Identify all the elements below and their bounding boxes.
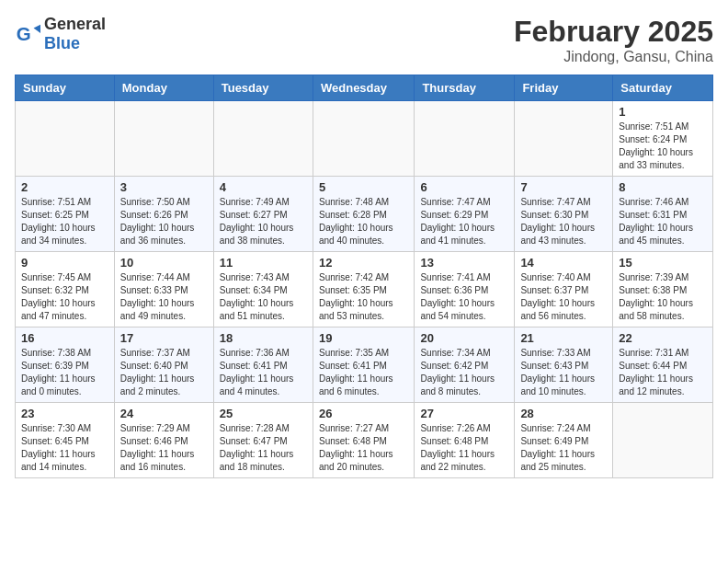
calendar-cell: 19Sunrise: 7:35 AM Sunset: 6:41 PM Dayli…	[313, 327, 414, 403]
page-header: G General Blue February 2025 Jindong, Ga…	[15, 15, 713, 65]
day-number: 7	[520, 180, 607, 194]
day-info: Sunrise: 7:48 AM Sunset: 6:28 PM Dayligh…	[319, 196, 408, 247]
calendar-cell: 10Sunrise: 7:44 AM Sunset: 6:33 PM Dayli…	[114, 252, 213, 327]
day-number: 15	[619, 256, 707, 270]
day-number: 28	[520, 407, 607, 420]
calendar-cell: 3Sunrise: 7:50 AM Sunset: 6:26 PM Daylig…	[114, 177, 213, 252]
day-number: 4	[220, 180, 307, 194]
day-info: Sunrise: 7:42 AM Sunset: 6:35 PM Dayligh…	[319, 271, 408, 323]
day-number: 19	[319, 331, 408, 345]
calendar-cell: 7Sunrise: 7:47 AM Sunset: 6:30 PM Daylig…	[515, 177, 613, 252]
calendar-cell: 11Sunrise: 7:43 AM Sunset: 6:34 PM Dayli…	[213, 252, 313, 327]
day-info: Sunrise: 7:45 AM Sunset: 6:32 PM Dayligh…	[21, 271, 108, 323]
calendar-cell: 12Sunrise: 7:42 AM Sunset: 6:35 PM Dayli…	[313, 252, 414, 327]
calendar-table: SundayMondayTuesdayWednesdayThursdayFrid…	[15, 75, 713, 478]
calendar-cell	[114, 101, 213, 177]
week-row-3: 9Sunrise: 7:45 AM Sunset: 6:32 PM Daylig…	[16, 252, 713, 327]
day-info: Sunrise: 7:24 AM Sunset: 6:49 PM Dayligh…	[520, 422, 607, 474]
calendar-cell: 16Sunrise: 7:38 AM Sunset: 6:39 PM Dayli…	[16, 327, 115, 403]
day-number: 18	[220, 331, 307, 345]
day-info: Sunrise: 7:40 AM Sunset: 6:37 PM Dayligh…	[520, 271, 607, 323]
day-info: Sunrise: 7:39 AM Sunset: 6:38 PM Dayligh…	[619, 271, 707, 323]
svg-marker-1	[34, 25, 40, 33]
day-info: Sunrise: 7:47 AM Sunset: 6:29 PM Dayligh…	[420, 196, 508, 247]
day-info: Sunrise: 7:50 AM Sunset: 6:26 PM Dayligh…	[120, 196, 208, 247]
location-title: Jindong, Gansu, China	[514, 49, 713, 65]
calendar-cell	[16, 101, 115, 177]
calendar-cell	[415, 101, 515, 177]
weekday-header-row: SundayMondayTuesdayWednesdayThursdayFrid…	[16, 75, 713, 101]
day-info: Sunrise: 7:51 AM Sunset: 6:24 PM Dayligh…	[619, 121, 707, 172]
week-row-5: 23Sunrise: 7:30 AM Sunset: 6:45 PM Dayli…	[16, 403, 713, 478]
svg-text:G: G	[17, 23, 31, 44]
day-number: 2	[21, 180, 108, 194]
calendar-cell	[313, 101, 414, 177]
calendar-cell: 25Sunrise: 7:28 AM Sunset: 6:47 PM Dayli…	[213, 403, 313, 478]
logo-blue: Blue	[44, 34, 80, 52]
day-info: Sunrise: 7:49 AM Sunset: 6:27 PM Dayligh…	[220, 196, 307, 247]
calendar-cell: 1Sunrise: 7:51 AM Sunset: 6:24 PM Daylig…	[613, 101, 713, 177]
calendar-cell: 21Sunrise: 7:33 AM Sunset: 6:43 PM Dayli…	[515, 327, 613, 403]
day-number: 25	[220, 407, 307, 420]
calendar-cell: 8Sunrise: 7:46 AM Sunset: 6:31 PM Daylig…	[613, 177, 713, 252]
day-number: 17	[120, 331, 208, 345]
day-info: Sunrise: 7:30 AM Sunset: 6:45 PM Dayligh…	[21, 422, 108, 474]
day-number: 5	[319, 180, 408, 194]
logo: G General Blue	[15, 15, 106, 53]
month-title: February 2025	[514, 15, 713, 49]
day-info: Sunrise: 7:38 AM Sunset: 6:39 PM Dayligh…	[21, 347, 108, 398]
day-number: 24	[120, 407, 208, 420]
day-number: 23	[21, 407, 108, 420]
weekday-header-wednesday: Wednesday	[313, 75, 414, 101]
day-info: Sunrise: 7:36 AM Sunset: 6:41 PM Dayligh…	[220, 347, 307, 398]
week-row-2: 2Sunrise: 7:51 AM Sunset: 6:25 PM Daylig…	[16, 177, 713, 252]
calendar-cell: 2Sunrise: 7:51 AM Sunset: 6:25 PM Daylig…	[16, 177, 115, 252]
logo-general: General	[44, 15, 106, 33]
day-number: 1	[619, 105, 707, 119]
calendar-cell: 14Sunrise: 7:40 AM Sunset: 6:37 PM Dayli…	[515, 252, 613, 327]
day-number: 3	[120, 180, 208, 194]
logo-icon: G	[15, 21, 40, 47]
calendar-cell: 28Sunrise: 7:24 AM Sunset: 6:49 PM Dayli…	[515, 403, 613, 478]
day-number: 14	[520, 256, 607, 270]
day-number: 16	[21, 331, 108, 345]
calendar-cell: 13Sunrise: 7:41 AM Sunset: 6:36 PM Dayli…	[415, 252, 515, 327]
day-info: Sunrise: 7:31 AM Sunset: 6:44 PM Dayligh…	[619, 347, 707, 398]
calendar-cell: 27Sunrise: 7:26 AM Sunset: 6:48 PM Dayli…	[415, 403, 515, 478]
day-number: 21	[520, 331, 607, 345]
logo-text: General Blue	[44, 15, 106, 53]
calendar-cell: 26Sunrise: 7:27 AM Sunset: 6:48 PM Dayli…	[313, 403, 414, 478]
day-info: Sunrise: 7:43 AM Sunset: 6:34 PM Dayligh…	[220, 271, 307, 323]
calendar-cell: 22Sunrise: 7:31 AM Sunset: 6:44 PM Dayli…	[613, 327, 713, 403]
day-number: 22	[619, 331, 707, 345]
calendar-cell: 18Sunrise: 7:36 AM Sunset: 6:41 PM Dayli…	[213, 327, 313, 403]
day-number: 8	[619, 180, 707, 194]
day-number: 9	[21, 256, 108, 270]
weekday-header-tuesday: Tuesday	[213, 75, 313, 101]
day-number: 12	[319, 256, 408, 270]
weekday-header-sunday: Sunday	[16, 75, 115, 101]
day-number: 10	[120, 256, 208, 270]
week-row-4: 16Sunrise: 7:38 AM Sunset: 6:39 PM Dayli…	[16, 327, 713, 403]
day-number: 20	[420, 331, 508, 345]
day-info: Sunrise: 7:41 AM Sunset: 6:36 PM Dayligh…	[420, 271, 508, 323]
calendar-cell: 23Sunrise: 7:30 AM Sunset: 6:45 PM Dayli…	[16, 403, 115, 478]
weekday-header-monday: Monday	[114, 75, 213, 101]
day-info: Sunrise: 7:28 AM Sunset: 6:47 PM Dayligh…	[220, 422, 307, 474]
day-info: Sunrise: 7:46 AM Sunset: 6:31 PM Dayligh…	[619, 196, 707, 247]
calendar-cell	[213, 101, 313, 177]
day-info: Sunrise: 7:29 AM Sunset: 6:46 PM Dayligh…	[120, 422, 208, 474]
day-number: 27	[420, 407, 508, 420]
calendar-cell: 4Sunrise: 7:49 AM Sunset: 6:27 PM Daylig…	[213, 177, 313, 252]
calendar-cell: 5Sunrise: 7:48 AM Sunset: 6:28 PM Daylig…	[313, 177, 414, 252]
calendar-cell: 9Sunrise: 7:45 AM Sunset: 6:32 PM Daylig…	[16, 252, 115, 327]
title-block: February 2025 Jindong, Gansu, China	[514, 15, 713, 65]
calendar-cell: 17Sunrise: 7:37 AM Sunset: 6:40 PM Dayli…	[114, 327, 213, 403]
calendar-cell: 15Sunrise: 7:39 AM Sunset: 6:38 PM Dayli…	[613, 252, 713, 327]
day-number: 6	[420, 180, 508, 194]
calendar-cell	[515, 101, 613, 177]
day-info: Sunrise: 7:26 AM Sunset: 6:48 PM Dayligh…	[420, 422, 508, 474]
weekday-header-thursday: Thursday	[415, 75, 515, 101]
day-info: Sunrise: 7:33 AM Sunset: 6:43 PM Dayligh…	[520, 347, 607, 398]
day-number: 11	[220, 256, 307, 270]
